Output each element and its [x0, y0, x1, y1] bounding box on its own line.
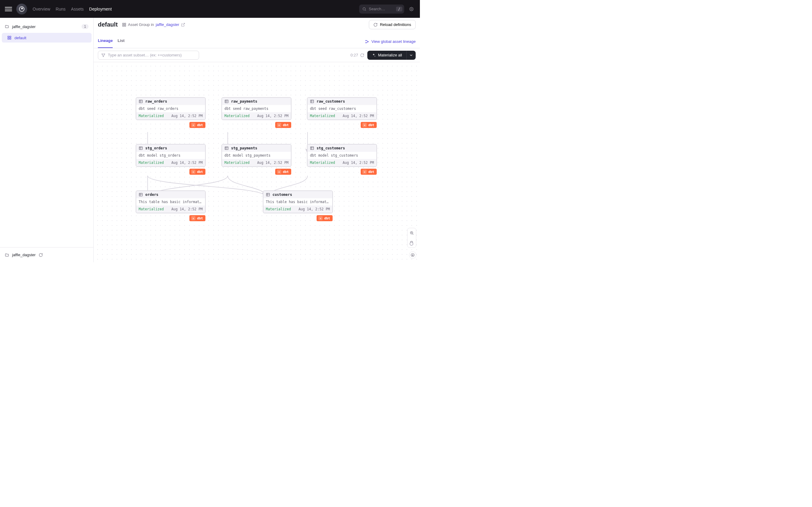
dbt-icon: ✕ [362, 170, 367, 174]
node-status: MaterializedAug 14, 2:52 PM [136, 206, 205, 213]
zoom-in-icon [410, 231, 414, 235]
svg-rect-31 [139, 100, 143, 103]
gear-icon [409, 7, 414, 11]
nav-deployment[interactable]: Deployment [89, 7, 112, 11]
node-name: customers [272, 192, 292, 197]
asset-group-icon [7, 36, 11, 40]
node-status-label: Materialized [310, 114, 335, 118]
sidebar-repo-count: 1 [82, 24, 89, 29]
search-box[interactable]: Search… / [359, 5, 404, 13]
dbt-badge: ✕dbt [189, 122, 205, 128]
node-status-date: Aug 14, 2:52 PM [171, 161, 203, 165]
asset-node-customers[interactable]: customersThis table has basic informatio… [263, 190, 333, 213]
node-status-label: Materialized [139, 161, 164, 165]
download-button[interactable] [409, 251, 416, 259]
svg-point-17 [103, 56, 104, 56]
asset-node-raw_customers[interactable]: raw_customersdbt seed raw_customersMater… [307, 97, 377, 120]
svg-line-11 [183, 23, 185, 25]
node-status: MaterializedAug 14, 2:52 PM [308, 112, 376, 119]
tabs: Lineage List View global asset lineage [94, 32, 420, 48]
svg-rect-34 [225, 100, 229, 103]
page-title: default [98, 21, 118, 28]
chip-link[interactable]: jaffle_dagster [156, 22, 180, 27]
sidebar-group-row[interactable]: default [2, 33, 92, 43]
materialize-dropdown-button[interactable] [407, 51, 416, 60]
table-icon [224, 99, 229, 104]
asset-node-orders[interactable]: ordersThis table has basic information a… [136, 190, 206, 213]
node-status: MaterializedAug 14, 2:52 PM [308, 159, 376, 166]
node-header: stg_orders [136, 145, 205, 152]
tab-lineage[interactable]: Lineage [98, 38, 113, 48]
svg-rect-6 [10, 38, 11, 39]
svg-rect-8 [124, 23, 126, 24]
table-icon [310, 99, 314, 104]
node-status-date: Aug 14, 2:52 PM [257, 161, 289, 165]
materialize-all-button[interactable]: Materialize all [367, 51, 407, 60]
node-description: dbt seed raw_orders [136, 105, 205, 112]
asset-node-raw_orders[interactable]: raw_ordersdbt seed raw_ordersMaterialize… [136, 97, 206, 120]
top-nav: Overview Runs Assets Deployment [33, 7, 112, 11]
zoom-thumb[interactable] [410, 242, 413, 246]
dbt-badge: ✕dbt [317, 215, 333, 221]
lineage-canvas[interactable]: raw_ordersdbt seed raw_ordersMaterialize… [94, 62, 420, 262]
node-status: MaterializedAug 14, 2:52 PM [136, 112, 205, 119]
svg-rect-43 [225, 147, 229, 150]
dbt-icon: ✕ [191, 123, 195, 127]
table-icon [139, 192, 143, 197]
table-icon [139, 99, 143, 104]
asset-node-raw_payments[interactable]: raw_paymentsdbt seed raw_paymentsMateria… [221, 97, 292, 120]
dbt-label: dbt [368, 123, 374, 127]
node-header: raw_orders [136, 98, 205, 105]
node-status-label: Materialized [310, 161, 335, 165]
nav-runs[interactable]: Runs [56, 7, 65, 11]
asset-node-stg_orders[interactable]: stg_ordersdbt model stg_ordersMaterializ… [136, 144, 206, 167]
dbt-label: dbt [283, 170, 289, 174]
node-description: dbt seed raw_payments [222, 105, 291, 112]
zoom-panel [407, 228, 416, 248]
refresh-icon[interactable] [39, 253, 43, 257]
zoom-in-button[interactable] [409, 230, 415, 236]
asset-subset-input[interactable]: Type an asset subset… (ex: ++customers) [98, 51, 199, 60]
nav-assets[interactable]: Assets [71, 7, 84, 11]
asset-group-icon [122, 23, 126, 27]
reload-definitions-button[interactable]: Reload definitions [369, 20, 416, 29]
hamburger-menu-icon[interactable] [5, 5, 12, 13]
svg-rect-52 [266, 193, 270, 196]
asset-node-stg_customers[interactable]: stg_customersdbt model stg_customersMate… [307, 144, 377, 167]
dbt-label: dbt [368, 170, 374, 174]
external-link-icon[interactable] [181, 23, 185, 27]
dbt-label: dbt [197, 123, 203, 127]
refresh-icon [373, 23, 377, 27]
node-description: dbt model stg_customers [308, 152, 376, 159]
tab-list[interactable]: List [117, 38, 124, 48]
node-header: orders [136, 191, 205, 198]
asset-node-stg_payments[interactable]: stg_paymentsdbt model stg_paymentsMateri… [221, 144, 292, 167]
node-description: This table has basic information about … [263, 198, 332, 206]
sidebar-repo-row[interactable]: jaffle_dagster 1 [2, 21, 92, 32]
materialize-label: Materialize all [378, 53, 402, 57]
materialize-button-group: Materialize all [367, 51, 416, 60]
nav-overview[interactable]: Overview [33, 7, 50, 11]
dbt-badge: ✕dbt [361, 169, 377, 175]
dbt-label: dbt [283, 123, 289, 127]
node-header: raw_customers [308, 98, 376, 105]
svg-rect-5 [8, 38, 9, 39]
view-global-lineage-link[interactable]: View global asset lineage [365, 39, 416, 48]
svg-line-19 [104, 54, 105, 56]
node-status-label: Materialized [266, 207, 291, 211]
graph-icon [101, 53, 105, 57]
refresh-icon[interactable] [360, 53, 364, 57]
svg-point-16 [104, 53, 105, 54]
sidebar-repo-name: jaffle_dagster [12, 24, 36, 29]
dagster-logo[interactable] [16, 4, 27, 14]
svg-point-2 [411, 8, 412, 10]
node-status-date: Aug 14, 2:52 PM [171, 207, 203, 211]
svg-rect-4 [10, 36, 11, 38]
sidebar-footer[interactable]: jaffle_dagster [0, 247, 93, 262]
svg-point-13 [365, 42, 366, 43]
settings-button[interactable] [408, 5, 415, 13]
node-header: stg_payments [222, 145, 291, 152]
sidebar-footer-name: jaffle_dagster [12, 252, 36, 257]
node-status-label: Materialized [224, 161, 250, 165]
svg-rect-9 [122, 25, 123, 26]
